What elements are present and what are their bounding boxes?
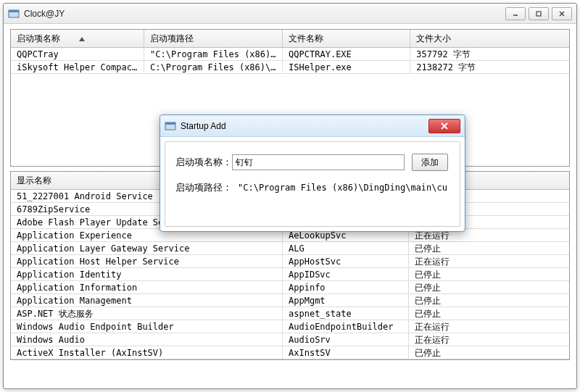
startup-name-input[interactable]	[232, 154, 405, 170]
table-row[interactable]: Application ManagementAppMgmt已停止	[11, 294, 569, 307]
cell: AppMgmt	[283, 294, 409, 306]
col-file-size[interactable]: 文件大小	[410, 30, 569, 47]
dialog-titlebar: Startup Add	[160, 115, 465, 137]
col-label: 启动项名称	[17, 33, 60, 43]
cell: Application Management	[11, 294, 283, 306]
cell: ActiveX Installer (AxInstSV)	[11, 346, 283, 359]
table-row[interactable]: Application Host Helper ServiceAppHostSv…	[11, 255, 569, 268]
startup-add-dialog: Startup Add 启动项名称： 添加 启动项路径：	[160, 114, 465, 232]
cell: ASP.NET 状态服务	[11, 307, 283, 320]
table-row[interactable]: Application Layer Gateway ServiceALG已停止	[11, 242, 569, 255]
cell: Windows Audio	[11, 333, 283, 346]
cell: AppHostSvc	[283, 255, 409, 267]
sort-arrow-icon	[79, 37, 85, 41]
table-row[interactable]: ASP.NET 状态服务aspnet_state已停止	[11, 307, 569, 320]
cell: 2138272 字节	[410, 61, 569, 73]
add-button[interactable]: 添加	[412, 154, 448, 171]
dialog-close-button[interactable]	[428, 119, 460, 133]
window-controls	[505, 7, 572, 20]
cell: QQPCTray	[11, 48, 144, 60]
cell: AxInstSV	[283, 346, 409, 359]
cell: Application Layer Gateway Service	[11, 242, 283, 254]
cell: Application Identity	[11, 268, 283, 280]
col-startup-name[interactable]: 启动项名称	[11, 30, 144, 47]
col-file-name[interactable]: 文件名称	[283, 30, 410, 47]
cell: 已停止	[409, 346, 569, 359]
cell: AudioEndpointBuilder	[283, 320, 409, 333]
startup-table-header: 启动项名称 启动项路径 文件名称 文件大小	[11, 30, 569, 48]
table-row[interactable]: ActiveX Installer (AxInstSV)AxInstSV已停止	[11, 346, 569, 359]
cell: 正在运行	[409, 255, 569, 267]
startup-path-input[interactable]	[232, 180, 450, 196]
main-titlebar: Clock@JY	[4, 4, 576, 24]
table-row[interactable]: Windows Audio Endpoint BuilderAudioEndpo…	[11, 320, 569, 333]
cell: 已停止	[409, 294, 569, 306]
minimize-button[interactable]	[505, 7, 526, 20]
cell: 已停止	[409, 281, 569, 293]
cell: 已停止	[409, 268, 569, 280]
close-icon	[440, 122, 449, 130]
col-startup-path[interactable]: 启动项路径	[144, 30, 283, 47]
cell: AppIDSvc	[283, 268, 409, 280]
dialog-name-row: 启动项名称： 添加	[165, 149, 460, 175]
cell: 正在运行	[409, 333, 569, 346]
table-row[interactable]: QQPCTray "C:\Program Files (x86)\Tenc...…	[11, 48, 569, 61]
table-row[interactable]: iSkysoft Helper Compact.exe C:\Program F…	[11, 61, 569, 74]
app-icon	[165, 120, 176, 132]
svg-rect-3	[536, 12, 541, 16]
cell: iSkysoft Helper Compact.exe	[11, 61, 144, 73]
app-icon	[8, 8, 20, 20]
svg-rect-1	[9, 10, 19, 12]
dialog-body: 启动项名称： 添加 启动项路径：	[165, 141, 460, 227]
cell: Appinfo	[283, 281, 409, 293]
cell: 正在运行	[409, 320, 569, 333]
cell: "C:\Program Files (x86)\Tenc...	[144, 48, 283, 60]
cell: QQPCTRAY.EXE	[283, 48, 410, 60]
cell: Windows Audio Endpoint Builder	[11, 320, 283, 333]
cell: AudioSrv	[283, 333, 409, 346]
path-label: 启动项路径：	[174, 181, 232, 194]
cell: Application Host Helper Service	[11, 255, 283, 267]
cell: 已停止	[409, 307, 569, 320]
maximize-button[interactable]	[529, 7, 549, 20]
cell: C:\Program Files (x86)\Commo...	[144, 61, 283, 73]
cell: Application Information	[11, 281, 283, 293]
dialog-title: Startup Add	[181, 121, 428, 131]
table-row[interactable]: Application IdentityAppIDSvc已停止	[11, 268, 569, 281]
close-button[interactable]	[552, 7, 572, 20]
cell: aspnet_state	[283, 307, 409, 320]
cell: ALG	[283, 242, 409, 254]
table-row[interactable]: Application InformationAppinfo已停止	[11, 281, 569, 294]
table-row[interactable]: Windows AudioAudioSrv正在运行	[11, 333, 569, 346]
cell: 已停止	[409, 242, 569, 254]
svg-rect-7	[165, 122, 175, 125]
name-label: 启动项名称：	[174, 156, 232, 169]
cell: 357792 字节	[410, 48, 569, 60]
dialog-path-row: 启动项路径：	[165, 175, 460, 200]
window-title: Clock@JY	[24, 9, 505, 19]
cell: ISHelper.exe	[283, 61, 410, 73]
